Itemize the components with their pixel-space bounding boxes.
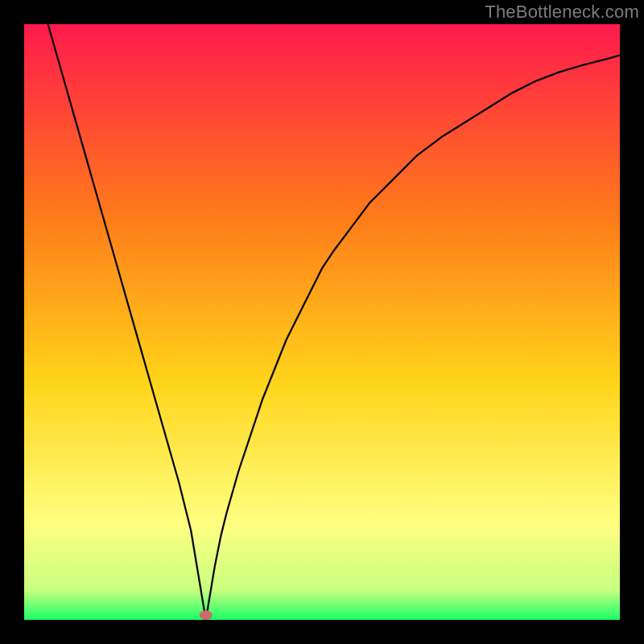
gradient-background [24,24,620,620]
attribution-label: TheBottleneck.com [485,2,639,23]
plot-area [24,24,620,620]
chart-svg [24,24,620,620]
minimum-marker [200,610,213,620]
chart-frame: TheBottleneck.com [0,0,644,644]
